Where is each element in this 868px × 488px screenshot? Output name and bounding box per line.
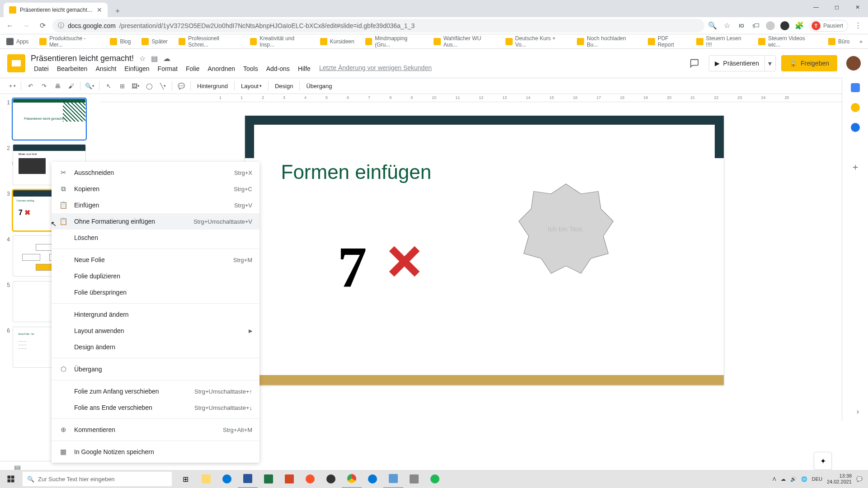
context-menu-item[interactable]: Hintergrund ändern (52, 306, 259, 323)
add-addon-button[interactable]: ＋ (851, 161, 860, 173)
bookmark-item[interactable]: Apps (4, 36, 31, 47)
keep-icon[interactable] (851, 103, 860, 112)
bookmark-item[interactable]: Später (139, 36, 170, 47)
bookmark-item[interactable]: Kreativität und Insp... (247, 33, 312, 50)
select-tool[interactable]: ↖ (102, 80, 115, 92)
reload-button[interactable]: ⟳ (36, 19, 49, 32)
slide-thumb-1[interactable]: Präsentieren leicht gemacht! (13, 99, 86, 140)
back-button[interactable]: ← (4, 19, 16, 32)
task-view-button[interactable]: ⊞ (175, 470, 195, 488)
bookmark-item[interactable]: Produktsuche - Mer... (37, 33, 102, 50)
context-menu-item[interactable]: ▦In Google Notizen speichern (52, 444, 259, 460)
explore-button[interactable]: ✦ (814, 452, 832, 470)
explorer-icon[interactable] (196, 470, 216, 488)
textbox-tool[interactable]: ⊞ (116, 80, 128, 92)
shape-tool[interactable]: ◯ (143, 80, 156, 92)
app-icon-1[interactable] (383, 470, 403, 488)
star-icon[interactable]: ☆ (722, 21, 731, 30)
redo-button[interactable]: ↷ (38, 80, 50, 92)
zoom-icon[interactable]: 🔍 (708, 21, 717, 30)
move-doc-icon[interactable]: ▤ (151, 54, 158, 63)
last-change-link[interactable]: Letzte Änderung vor wenigen Sekunden (319, 64, 432, 73)
extensions-icon[interactable]: 🧩 (795, 21, 804, 30)
star-shape[interactable]: Ich bin Text. (516, 179, 616, 278)
bookmark-item[interactable]: Professionell Schrei... (176, 33, 242, 50)
spotify-icon[interactable] (425, 470, 445, 488)
menu-slide[interactable]: Folie (183, 64, 203, 73)
red-x-shape[interactable] (387, 244, 421, 278)
menu-view[interactable]: Ansicht (92, 64, 119, 73)
onedrive-icon[interactable]: ☁ (781, 476, 786, 482)
account-avatar[interactable] (846, 56, 861, 70)
taskbar-search[interactable]: 🔍 Zur Suche Text hier eingeben (23, 472, 172, 486)
line-tool[interactable]: ╲▾ (156, 80, 169, 92)
image-tool[interactable]: 🖼▾ (129, 80, 142, 92)
context-menu-item[interactable]: Folie duplizieren (52, 268, 259, 284)
language-indicator[interactable]: DEU (812, 476, 822, 482)
menu-edit[interactable]: Bearbeiten (54, 64, 91, 73)
bookmark-item[interactable]: Wahlfächer WU Aus... (431, 33, 497, 50)
context-menu-item[interactable]: Löschen (52, 230, 259, 246)
new-slide-button[interactable]: ＋▾ (5, 80, 18, 92)
menu-insert[interactable]: Einfügen (121, 64, 152, 73)
edge-icon[interactable] (363, 470, 382, 488)
present-button[interactable]: ▶ Präsentieren ▾ (709, 55, 776, 71)
bookmark-item[interactable]: PDF Report (645, 33, 688, 50)
edge-legacy-icon[interactable] (217, 470, 237, 488)
layout-button[interactable]: Layout▾ (237, 80, 265, 92)
slide-title[interactable]: Formen einfügen (281, 161, 432, 183)
calendar-icon[interactable] (851, 83, 860, 92)
context-menu-item[interactable]: Folie überspringen (52, 284, 259, 300)
menu-file[interactable]: Datei (31, 64, 52, 73)
start-button[interactable] (0, 470, 22, 488)
star-doc-icon[interactable]: ☆ (139, 54, 146, 63)
powerpoint-icon[interactable] (279, 470, 299, 488)
context-menu-item[interactable]: ✂AusschneidenStrg+X (52, 164, 259, 181)
menu-icon[interactable]: ⋮ (854, 21, 863, 30)
context-menu-item[interactable]: Layout anwenden▶ (52, 323, 259, 339)
menu-arrange[interactable]: Anordnen (204, 64, 238, 73)
new-tab-button[interactable]: ＋ (111, 5, 124, 17)
bookmark-item[interactable]: Mindmapping (Gru... (363, 33, 426, 50)
clock[interactable]: 13:38 24.02.2021 (827, 473, 852, 485)
maximize-button[interactable]: ◻ (826, 0, 847, 14)
present-dropdown[interactable]: ▾ (764, 56, 775, 71)
slides-logo-icon[interactable] (7, 54, 25, 72)
browser-tab[interactable]: Präsentieren leicht gemacht! - G... ✕ (4, 3, 108, 17)
profile-button[interactable]: T Pausiert (809, 20, 848, 32)
close-window-button[interactable]: ✕ (847, 0, 868, 14)
expand-side-panel[interactable]: › (857, 408, 859, 416)
shopping-icon[interactable]: 🏷 (751, 21, 760, 30)
context-menu-item[interactable]: Design ändern (52, 339, 259, 355)
notifications-icon[interactable]: 💬 (856, 476, 863, 482)
tasks-icon[interactable] (851, 123, 860, 132)
tab-close-icon[interactable]: ✕ (97, 6, 102, 14)
cloud-status-icon[interactable]: ☁ (163, 54, 170, 63)
zoom-button[interactable]: 🔍▾ (83, 80, 96, 92)
menu-help[interactable]: Hilfe (295, 64, 314, 73)
ext2-icon[interactable] (780, 21, 789, 30)
menu-tools[interactable]: Tools (240, 64, 261, 73)
context-menu-item[interactable]: ⊕KommentierenStrg+Alt+M (52, 422, 259, 438)
slide-seven-text[interactable]: 7 (338, 233, 367, 301)
background-button[interactable]: Hintergrund (193, 80, 231, 92)
paint-format-button[interactable]: 🖌 (65, 80, 77, 92)
context-menu-item[interactable]: 📋EinfügenStrg+V (52, 197, 259, 213)
context-menu-item[interactable]: ⧉KopierenStrg+C (52, 181, 259, 197)
obs-icon[interactable] (321, 470, 341, 488)
network-icon[interactable]: 🌐 (801, 476, 807, 482)
volume-icon[interactable]: 🔊 (790, 476, 797, 482)
doc-title[interactable]: Präsentieren leicht gemacht! (31, 54, 134, 63)
menu-format[interactable]: Format (155, 64, 181, 73)
context-menu-item[interactable]: Folie ans Ende verschiebenStrg+Umschaltt… (52, 399, 259, 416)
tray-chevron-icon[interactable]: ᐱ (773, 476, 776, 482)
app-icon-2[interactable] (404, 470, 424, 488)
transition-button[interactable]: Übergang (302, 80, 335, 92)
undo-button[interactable]: ↶ (24, 80, 37, 92)
context-menu-item[interactable]: Neue FolieStrg+M (52, 252, 259, 268)
brave-icon[interactable] (300, 470, 320, 488)
comment-tool[interactable]: 💬 (175, 80, 188, 92)
bookmark-item[interactable]: Steuern Videos wic... (755, 33, 820, 50)
forward-button[interactable]: → (20, 19, 33, 32)
design-button[interactable]: Design (271, 80, 297, 92)
